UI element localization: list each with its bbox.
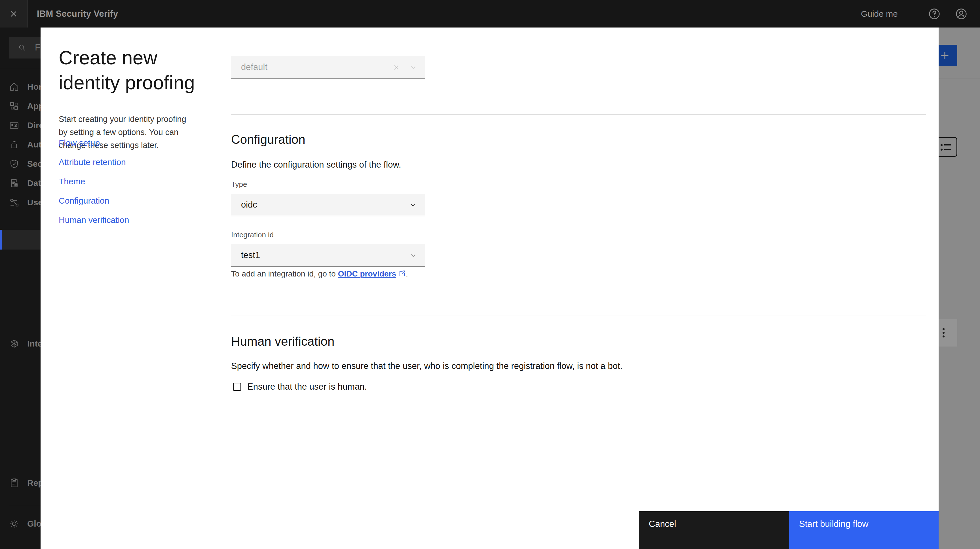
cancel-button[interactable]: Cancel bbox=[639, 511, 789, 549]
modal-content: default Configuration Define the configu… bbox=[231, 27, 926, 549]
modal-side-panel: Create new identity proofing Start creat… bbox=[41, 27, 217, 549]
close-nav-button[interactable] bbox=[0, 0, 27, 27]
link-flow-setup[interactable]: Flow setup bbox=[59, 138, 129, 147]
app-title: IBM Security Verify bbox=[37, 9, 118, 19]
list-icon bbox=[944, 149, 951, 150]
theme-select-value: default bbox=[241, 62, 267, 72]
type-dropdown-value: oidc bbox=[241, 200, 257, 210]
list-icon bbox=[944, 144, 951, 145]
integration-helper-text: To add an integration id, go to OIDC pro… bbox=[231, 269, 408, 278]
integration-id-label: Integration id bbox=[231, 231, 274, 239]
chevron-down-icon[interactable] bbox=[409, 64, 417, 72]
integration-id-dropdown[interactable]: test1 bbox=[231, 244, 425, 267]
create-identity-proofing-modal: Create new identity proofing Start creat… bbox=[41, 27, 939, 549]
directory-icon bbox=[10, 121, 19, 130]
flow-route-icon bbox=[10, 198, 19, 207]
type-label: Type bbox=[231, 180, 247, 189]
oidc-providers-link[interactable]: OIDC providers bbox=[338, 269, 396, 278]
integrations-hexagon-icon bbox=[10, 339, 19, 348]
external-link-icon bbox=[398, 270, 406, 277]
help-button[interactable] bbox=[928, 7, 941, 21]
document-globe-icon bbox=[10, 178, 19, 188]
modal-title: Create new identity proofing bbox=[59, 45, 206, 95]
avatar-icon bbox=[955, 7, 968, 21]
list-icon bbox=[940, 144, 943, 146]
unlocked-padlock-icon bbox=[10, 140, 19, 150]
human-verification-description: Specify whether and how to ensure that t… bbox=[231, 361, 622, 371]
list-icon bbox=[940, 149, 943, 151]
sidebar-item-label: Inte bbox=[27, 339, 42, 348]
clear-selection-icon[interactable] bbox=[392, 64, 400, 72]
help-icon bbox=[928, 7, 941, 21]
helper-suffix: . bbox=[406, 269, 408, 278]
kebab-menu-icon[interactable] bbox=[943, 328, 945, 339]
configuration-description: Define the configuration settings of the… bbox=[231, 160, 401, 170]
integration-id-value: test1 bbox=[241, 250, 260, 260]
checkbox-label: Ensure that the user is human. bbox=[247, 382, 367, 392]
modal-footer: Cancel Start building flow bbox=[41, 511, 939, 549]
gear-icon bbox=[10, 519, 19, 528]
section-divider bbox=[231, 114, 926, 115]
sidebar-item-label: Glo bbox=[27, 519, 41, 528]
search-icon bbox=[18, 43, 26, 52]
close-icon bbox=[8, 8, 19, 19]
sidebar-item-label: Sec bbox=[27, 159, 42, 169]
page: IBM Security Verify Guide me bbox=[0, 0, 980, 549]
shield-check-icon bbox=[10, 159, 19, 169]
link-theme[interactable]: Theme bbox=[59, 177, 129, 186]
header-actions: Guide me bbox=[861, 7, 980, 21]
link-human-verification[interactable]: Human verification bbox=[59, 216, 129, 224]
account-button[interactable] bbox=[955, 7, 968, 21]
modal-section-links: Flow setup Attribute retention Theme Con… bbox=[59, 138, 129, 235]
add-button-dimmed[interactable] bbox=[939, 45, 957, 66]
chevron-down-icon[interactable] bbox=[409, 251, 417, 259]
report-clipboard-icon bbox=[10, 478, 19, 488]
helper-prefix: To add an integration id, go to bbox=[231, 269, 338, 278]
human-verification-heading: Human verification bbox=[231, 334, 334, 348]
theme-select[interactable]: default bbox=[231, 56, 425, 79]
type-dropdown[interactable]: oidc bbox=[231, 194, 425, 216]
link-attribute-retention[interactable]: Attribute retention bbox=[59, 158, 129, 167]
home-icon bbox=[10, 82, 19, 92]
list-view-button-dimmed[interactable] bbox=[939, 137, 957, 157]
sidebar-item-label: Dat bbox=[27, 178, 41, 188]
human-checkbox-row[interactable]: Ensure that the user is human. bbox=[233, 382, 367, 392]
sidebar-item-label: Aut bbox=[27, 140, 41, 150]
dimmed-background bbox=[939, 27, 980, 549]
chevron-down-icon[interactable] bbox=[409, 201, 417, 209]
plus-icon bbox=[939, 50, 950, 61]
checkbox-unchecked[interactable] bbox=[233, 383, 241, 391]
configuration-heading: Configuration bbox=[231, 132, 305, 146]
link-configuration[interactable]: Configuration bbox=[59, 197, 129, 205]
app-header: IBM Security Verify Guide me bbox=[0, 0, 980, 27]
background-row-card bbox=[939, 319, 957, 347]
start-building-flow-button[interactable]: Start building flow bbox=[789, 511, 939, 549]
section-divider bbox=[231, 316, 926, 316]
guide-me-button[interactable]: Guide me bbox=[861, 9, 898, 19]
background-divider bbox=[939, 78, 980, 79]
applications-icon bbox=[10, 101, 19, 111]
